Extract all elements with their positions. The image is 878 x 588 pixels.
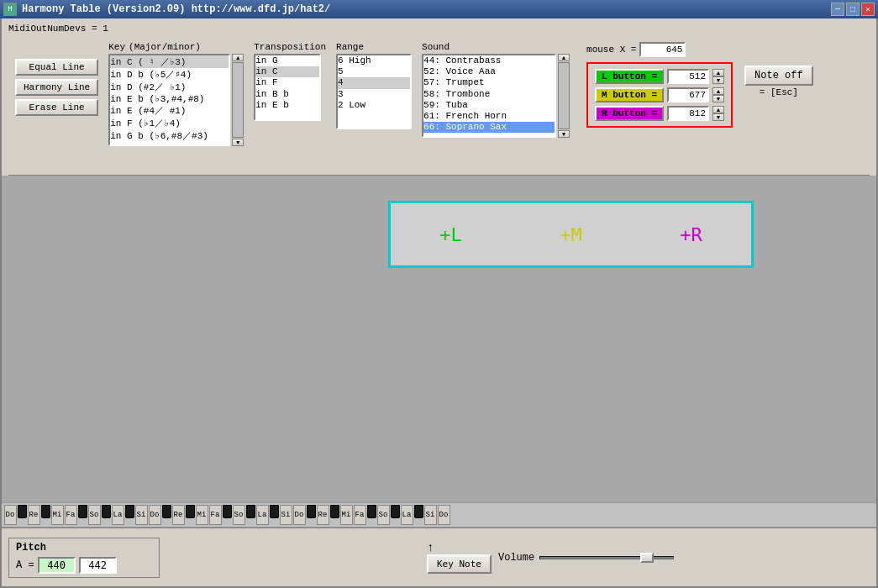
key-re-3[interactable]: Re (317, 505, 329, 525)
controls-panel: Equal Line Harmony Line Erase Line Key (… (8, 37, 870, 176)
key-black-6[interactable] (162, 505, 171, 518)
key-si-1[interactable]: Si (135, 505, 148, 525)
key-black-3[interactable] (78, 505, 87, 518)
key-mi-2[interactable]: Mi (196, 505, 208, 525)
title-bar: H Harmony Table (Version2.09) http://www… (0, 0, 878, 18)
key-do-3[interactable]: Do (293, 505, 306, 525)
sound-section: Sound 44: Contrabass 52: Voice Aaa 57: T… (422, 42, 570, 138)
key-si-3[interactable]: Si (424, 505, 437, 525)
midi-label: MidiOutNumDevs = 1 (8, 24, 870, 34)
sound-listbox[interactable]: 44: Contrabass 52: Voice Aaa 57: Trumpet… (422, 54, 556, 138)
range-section: Range 6 High 5 4 3 2 Low (336, 42, 412, 129)
key-mi-1[interactable]: Mi (51, 505, 64, 525)
range-label: Range (336, 42, 412, 52)
erase-line-button[interactable]: Erase Line (15, 99, 98, 116)
plus-m-label: +M (560, 224, 582, 245)
m-button[interactable]: M button = (595, 87, 664, 102)
color-buttons-group: L button = ▲ ▼ M button = (586, 62, 733, 128)
key-black-14[interactable] (391, 505, 400, 518)
canvas-area: +L +M +R (2, 176, 876, 502)
key-black-4[interactable] (102, 505, 111, 518)
r-button-row: R button = ▲ ▼ (595, 106, 724, 121)
key-scroll-up[interactable]: ▲ (232, 54, 244, 61)
pitch-value1[interactable] (38, 557, 76, 574)
close-button[interactable]: ✕ (861, 3, 875, 16)
key-si-2[interactable]: Si (280, 505, 292, 525)
plus-l-label: +L (439, 224, 462, 245)
key-so-3[interactable]: So (377, 505, 390, 525)
a-label: A = (16, 559, 34, 571)
key-do-4[interactable]: Do (438, 505, 450, 525)
key-note-button[interactable]: Key Note (427, 554, 492, 574)
key-black-1[interactable] (18, 505, 27, 518)
right-controls: mouse X = L button = ▲ ▼ (586, 42, 813, 128)
key-black-5[interactable] (125, 505, 134, 518)
key-la-3[interactable]: La (401, 505, 413, 525)
volume-slider-thumb[interactable] (640, 553, 654, 563)
key-listbox[interactable]: in C ( ♮ ／♭3) in D b (♭5／♯4) in D (#2／ ♭… (108, 54, 230, 146)
note-off-button[interactable]: Note off (744, 66, 813, 86)
maximize-button[interactable]: □ (846, 3, 860, 16)
sound-scroll-down[interactable]: ▼ (558, 130, 570, 138)
minimize-button[interactable]: ─ (831, 3, 844, 16)
range-listbox[interactable]: 6 High 5 4 3 2 Low (336, 54, 412, 129)
app-icon: H (3, 3, 17, 16)
transposition-section: Transposition in G in C in F in B b in E… (254, 42, 326, 121)
key-black-10[interactable] (270, 505, 279, 518)
key-black-8[interactable] (223, 505, 232, 518)
key-scroll-down[interactable]: ▼ (232, 139, 244, 146)
m-button-value[interactable] (667, 87, 709, 102)
harmony-line-button[interactable]: Harmony Line (15, 79, 98, 96)
key-label: Key (108, 42, 125, 52)
equal-line-button[interactable]: Equal Line (15, 59, 98, 76)
note-off-area: Note off = [Esc] (744, 66, 813, 128)
key-do-2[interactable]: Do (149, 505, 161, 525)
r-button-down[interactable]: ▼ (712, 113, 724, 121)
r-button-up[interactable]: ▲ (712, 106, 724, 113)
pitch-row: A = (16, 557, 152, 574)
plus-r-label: +R (680, 224, 702, 245)
key-black-12[interactable] (330, 505, 339, 518)
key-black-7[interactable] (186, 505, 195, 518)
key-black-13[interactable] (367, 505, 376, 518)
l-button-value[interactable] (667, 69, 709, 84)
r-button-spinner: ▲ ▼ (712, 106, 724, 121)
key-black-11[interactable] (307, 505, 316, 518)
l-button-row: L button = ▲ ▼ (595, 69, 724, 84)
mouse-x-input[interactable] (639, 42, 686, 57)
transposition-listbox[interactable]: in G in C in F in B b in E b (254, 54, 321, 121)
l-button[interactable]: L button = (595, 69, 664, 84)
volume-slider-track (539, 556, 674, 559)
key-black-9[interactable] (246, 505, 255, 518)
key-re-2[interactable]: Re (172, 505, 185, 525)
mouse-x-label: mouse X = (586, 45, 636, 55)
m-button-row: M button = ▲ ▼ (595, 87, 724, 102)
m-button-up[interactable]: ▲ (712, 87, 724, 95)
left-buttons-group: Equal Line Harmony Line Erase Line (15, 42, 98, 116)
key-section: Key (Major/minor) in C ( ♮ ／♭3) in D b (… (108, 42, 244, 146)
key-re-1[interactable]: Re (28, 505, 40, 525)
sound-label: Sound (422, 42, 570, 52)
m-button-spinner: ▲ ▼ (712, 87, 724, 102)
key-sublabel: (Major/minor) (129, 42, 201, 52)
key-fa-3[interactable]: Fa (354, 505, 366, 525)
sound-scroll-up[interactable]: ▲ (558, 54, 570, 61)
key-so-2[interactable]: So (233, 505, 245, 525)
key-do-1[interactable]: Do (4, 505, 17, 525)
l-button-down[interactable]: ▼ (712, 76, 724, 84)
key-la-1[interactable]: La (112, 505, 124, 525)
canvas-cyan-rect: +L +M +R (388, 201, 754, 268)
m-button-down[interactable]: ▼ (712, 95, 724, 102)
pitch-value2[interactable] (79, 557, 117, 574)
key-black-2[interactable] (41, 505, 50, 518)
key-so-1[interactable]: So (88, 505, 101, 525)
key-black-15[interactable] (414, 505, 423, 518)
key-mi-3[interactable]: Mi (340, 505, 353, 525)
key-la-2[interactable]: La (256, 505, 269, 525)
l-button-up[interactable]: ▲ (712, 69, 724, 76)
r-button[interactable]: R button = (595, 106, 664, 121)
key-fa-2[interactable]: Fa (209, 505, 222, 525)
r-button-value[interactable] (667, 106, 709, 121)
key-fa-1[interactable]: Fa (65, 505, 77, 525)
arrow-keynote-area: ↑ Key Note (427, 541, 492, 574)
